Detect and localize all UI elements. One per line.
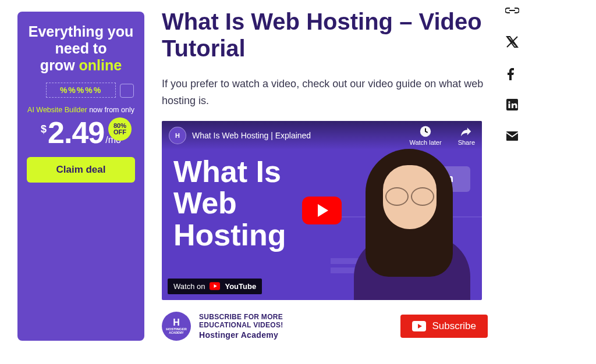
svg-point-4 [508, 101, 510, 103]
video-overlay-line1: What Is [173, 155, 281, 188]
video-presenter [342, 137, 476, 300]
watch-later-button[interactable]: Watch later [409, 125, 441, 146]
video-top-bar: H What Is Web Hosting | Explained Watch … [162, 121, 482, 150]
intro-paragraph: If you prefer to watch a video, check ou… [162, 76, 488, 109]
video-overlay-title: What Is Web Hosting [173, 156, 286, 251]
email-icon[interactable] [505, 129, 519, 143]
svg-rect-5 [509, 104, 510, 108]
promo-coupon-text: %%%%% [60, 85, 102, 95]
channel-avatar-h: H [173, 317, 180, 328]
claim-deal-label: Claim deal [56, 164, 105, 175]
channel-avatar[interactable]: H HOSTINGER ACADEMY [162, 312, 191, 341]
promo-headline: Everything you need to grow online [27, 23, 135, 73]
subscribe-row: H HOSTINGER ACADEMY SUBSCRIBE FOR MORE E… [162, 312, 488, 341]
social-share-rail [505, 3, 519, 143]
promo-card: Everything you need to grow online %%%%%… [17, 12, 144, 341]
article-main: What Is Web Hosting – Video Tutorial If … [162, 6, 488, 341]
promo-subline: AI Website Builder now from only [27, 106, 135, 114]
channel-avatar-sub: ACADEMY [169, 331, 183, 335]
promo-headline-accent: online [79, 57, 122, 73]
video-overlay-line2: Web [173, 186, 237, 220]
promo-headline-line3-pre: grow [40, 57, 79, 73]
video-embed[interactable]: .com H What Is Web Hosting | Explained W… [162, 121, 482, 300]
subscribe-label: Subscribe [432, 320, 476, 332]
page-title: What Is Web Hosting – Video Tutorial [162, 8, 488, 62]
subscribe-tagline: SUBSCRIBE FOR MORE EDUCATIONAL VIDEOS! [199, 313, 333, 329]
youtube-icon [210, 282, 220, 290]
claim-deal-button[interactable]: Claim deal [27, 157, 135, 183]
discount-badge: 80% OFF [108, 117, 132, 141]
linkedin-icon[interactable] [505, 98, 519, 112]
subscribe-button[interactable]: Subscribe [400, 315, 488, 338]
youtube-word: YouTube [225, 282, 256, 291]
share-label: Share [458, 139, 475, 146]
promo-headline-line2: need to [55, 40, 107, 56]
channel-name: Hostinger Academy [199, 330, 333, 340]
video-channel-avatar[interactable]: H [169, 127, 186, 144]
video-overlay-line3: Hosting [173, 218, 286, 252]
share-button[interactable]: Share [458, 125, 475, 146]
video-title[interactable]: What Is Web Hosting | Explained [192, 131, 311, 140]
x-icon[interactable] [505, 35, 519, 49]
discount-off: OFF [113, 129, 126, 135]
watch-later-label: Watch later [409, 139, 441, 146]
promo-subline-ai: AI Website Builder [27, 106, 87, 114]
link-icon[interactable] [505, 3, 519, 17]
share-icon [460, 125, 473, 138]
watch-on-label: Watch on [173, 282, 205, 291]
promo-coupon-box[interactable]: %%%%% [46, 83, 116, 98]
subscribe-text: SUBSCRIBE FOR MORE EDUCATIONAL VIDEOS! H… [199, 313, 333, 340]
youtube-icon [412, 321, 426, 331]
price-currency: $ [41, 123, 47, 135]
watch-on-youtube[interactable]: Watch on YouTube [168, 279, 262, 294]
price-amount: 2.49 [48, 115, 104, 150]
play-button[interactable] [302, 197, 342, 224]
promo-subline-rest: now from only [87, 106, 134, 114]
promo-price: $ 2.49 /mo 80% OFF [27, 115, 135, 150]
clock-icon [419, 125, 432, 138]
promo-headline-line1: Everything you [29, 23, 134, 40]
facebook-icon[interactable] [505, 66, 519, 80]
